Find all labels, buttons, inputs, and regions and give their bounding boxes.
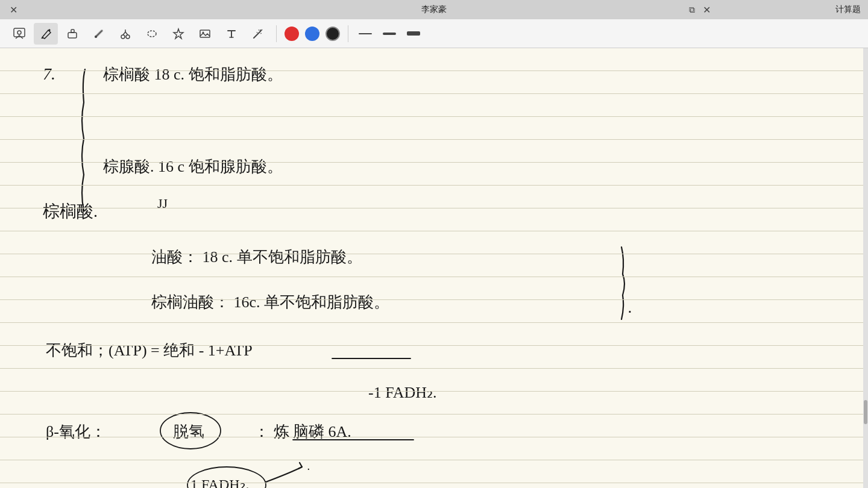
titlebar: ✕ 李家豪 ⧉ ✕ 计算题 xyxy=(0,0,868,19)
scissors-icon xyxy=(119,28,131,40)
svg-rect-9 xyxy=(200,30,210,37)
wand-icon xyxy=(252,28,264,40)
scrollbar-thumb[interactable] xyxy=(864,400,867,424)
svg-text:：    炼 脑磷 6A.: ： 炼 脑磷 6A. xyxy=(254,423,351,440)
svg-text:脱氢: 脱氢 xyxy=(173,423,204,440)
eraser-icon xyxy=(66,28,78,40)
scroll-icon xyxy=(13,27,26,40)
toolbar-separator-2 xyxy=(348,25,348,42)
svg-rect-2 xyxy=(68,33,77,38)
star-tool-button[interactable] xyxy=(166,23,190,45)
thickness-thin-line xyxy=(359,33,372,34)
svg-text:7.: 7. xyxy=(43,64,55,83)
close-right-button[interactable]: ✕ xyxy=(700,4,712,16)
lasso-tool-button[interactable] xyxy=(140,23,164,45)
highlighter-tool-button[interactable] xyxy=(87,23,111,45)
svg-point-11 xyxy=(260,30,261,31)
handwriting-svg: .hw { stroke: #1a1a1a; stroke-width: 2.2… xyxy=(0,48,863,488)
svg-text:-1 FADH₂.: -1 FADH₂. xyxy=(368,384,437,401)
highlighter-icon xyxy=(93,28,105,40)
titlebar-right: ⧉ ✕ 计算题 xyxy=(686,4,861,16)
thickness-thick-button[interactable] xyxy=(403,24,424,43)
svg-point-5 xyxy=(121,35,125,39)
image-tool-button[interactable] xyxy=(193,23,217,45)
eraser-tool-button[interactable] xyxy=(60,23,84,45)
toolbar xyxy=(0,19,868,48)
text-icon xyxy=(225,28,237,40)
svg-point-4 xyxy=(95,36,97,38)
svg-text:棕榈酸.: 棕榈酸. xyxy=(43,202,98,221)
svg-point-7 xyxy=(148,31,156,37)
pen-tool-button[interactable] xyxy=(34,23,58,45)
close-button[interactable]: ✕ xyxy=(7,4,19,16)
left-panel-title: 李家豪 xyxy=(421,4,447,15)
thickness-thin-button[interactable] xyxy=(354,24,376,43)
cut-tool-button[interactable] xyxy=(113,23,137,45)
svg-text:β-氧化：: β-氧化： xyxy=(46,423,106,440)
right-panel-title: 计算题 xyxy=(835,4,861,15)
main-area: .hw { stroke: #1a1a1a; stroke-width: 2.2… xyxy=(0,48,868,488)
scrollbar[interactable] xyxy=(863,48,868,488)
left-title-text: 李家豪 xyxy=(421,4,447,14)
svg-text:.: . xyxy=(307,459,310,472)
lasso-icon xyxy=(146,28,158,40)
svg-text:棕榈酸   18 c.    饱和脂肪酸。: 棕榈酸 18 c. 饱和脂肪酸。 xyxy=(103,66,283,83)
scroll-tool-button[interactable] xyxy=(7,23,31,45)
svg-text:JJ: JJ xyxy=(157,196,168,211)
text-tool-button[interactable] xyxy=(219,23,244,45)
thickness-thick-line xyxy=(407,31,420,36)
svg-text:1 FADH₂.: 1 FADH₂. xyxy=(190,477,250,488)
svg-marker-8 xyxy=(174,29,183,39)
svg-point-6 xyxy=(126,35,130,39)
svg-text:不饱和；(ATP) = 绝和 - 1+ATP: 不饱和；(ATP) = 绝和 - 1+ATP xyxy=(46,342,253,359)
note-canvas[interactable]: .hw { stroke: #1a1a1a; stroke-width: 2.2… xyxy=(0,48,863,488)
pen-icon xyxy=(40,28,52,40)
magic-tool-button[interactable] xyxy=(246,23,270,45)
svg-text:棕榈油酸：  16c.       单不饱和脂肪酸。: 棕榈油酸： 16c. 单不饱和脂肪酸。 xyxy=(151,293,389,311)
thickness-medium-line xyxy=(383,33,396,35)
svg-rect-3 xyxy=(71,30,74,33)
color-black-button[interactable] xyxy=(326,27,340,41)
svg-text:油酸：   18 c.        单不饱和脂肪酸。: 油酸： 18 c. 单不饱和脂肪酸。 xyxy=(151,248,362,266)
color-blue-button[interactable] xyxy=(305,27,319,41)
thickness-medium-button[interactable] xyxy=(379,24,400,43)
svg-text:棕腺酸.     16 c     饱和腺肪酸。: 棕腺酸. 16 c 饱和腺肪酸。 xyxy=(103,158,283,175)
image-icon xyxy=(199,28,211,40)
titlebar-left: ✕ xyxy=(7,4,19,16)
split-view-button[interactable]: ⧉ xyxy=(686,4,698,16)
svg-text:·: · xyxy=(627,301,632,320)
toolbar-separator-1 xyxy=(276,25,277,42)
color-red-button[interactable] xyxy=(285,27,299,41)
svg-point-1 xyxy=(17,31,21,34)
star-icon xyxy=(172,28,184,40)
